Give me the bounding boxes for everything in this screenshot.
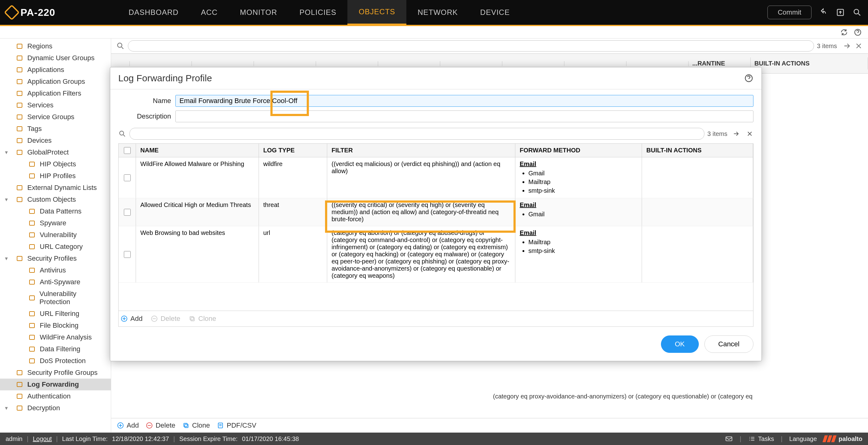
sidebar-item-dynamic-user-groups[interactable]: Dynamic User Groups (0, 52, 111, 64)
nav-tabs: DASHBOARDACCMONITORPOLICIESOBJECTSNETWOR… (117, 0, 521, 25)
description-input[interactable] (176, 110, 753, 122)
tab-objects[interactable]: OBJECTS (347, 0, 406, 25)
sidebar-item-wildfire-analysis[interactable]: WildFire Analysis (0, 331, 111, 343)
chevron-down-icon[interactable]: ▾ (5, 149, 8, 156)
sidebar-item-regions[interactable]: Regions (0, 40, 111, 52)
description-row: Description (118, 110, 753, 122)
modal-search-input[interactable] (129, 128, 704, 140)
sidebar-item-services[interactable]: Services (0, 99, 111, 111)
sidebar-item-url-category[interactable]: URL Category (0, 241, 111, 253)
sidebar-item-spyware[interactable]: Spyware (0, 217, 111, 229)
add-button[interactable]: Add (117, 421, 139, 430)
paloalto-logo: paloalto (824, 435, 862, 443)
cancel-button[interactable]: Cancel (704, 336, 753, 353)
sidebar-item-data-filtering[interactable]: Data Filtering (0, 343, 111, 355)
ok-button[interactable]: OK (661, 336, 699, 353)
table-row[interactable]: Web Browsing to bad websitesurl(category… (119, 226, 753, 283)
clone-button[interactable]: Clone (182, 421, 210, 430)
sidebar-item-vulnerability[interactable]: Vulnerability (0, 229, 111, 241)
svg-rect-7 (17, 91, 22, 96)
revert-icon[interactable] (819, 8, 828, 17)
shield-icon (28, 357, 36, 365)
search-icon[interactable] (852, 8, 862, 17)
sidebar-item-service-groups[interactable]: Service Groups (0, 111, 111, 123)
table-row[interactable]: Allowed Critical High or Medium Threatst… (119, 198, 753, 226)
search-icon[interactable] (118, 130, 126, 138)
sidebar-item-application-filters[interactable]: Application Filters (0, 88, 111, 99)
sidebar-item-anti-spyware[interactable]: Anti-Spyware (0, 276, 111, 288)
export-icon[interactable] (836, 8, 845, 17)
close-icon[interactable] (746, 130, 753, 137)
row-checkbox-cell[interactable] (119, 157, 136, 198)
sidebar-item-authentication[interactable]: Authentication (0, 390, 111, 402)
sidebar-item-data-patterns[interactable]: Data Patterns (0, 205, 111, 217)
search-icon[interactable] (116, 41, 125, 50)
row-checkbox[interactable] (124, 251, 131, 258)
tab-acc[interactable]: ACC (190, 0, 229, 25)
refresh-icon[interactable] (840, 28, 848, 36)
sidebar-item-antivirus[interactable]: Antivirus (0, 264, 111, 276)
sidebar-item-external-dynamic-lists[interactable]: External Dynamic Lists (0, 182, 111, 194)
commit-button[interactable]: Commit (767, 6, 811, 19)
row-checkbox[interactable] (124, 174, 131, 181)
language-link[interactable]: Language (789, 435, 817, 443)
svg-rect-6 (17, 80, 22, 84)
table-row[interactable]: WildFire Allowed Malware or Phishingwild… (119, 157, 753, 198)
row-checkbox-cell[interactable] (119, 226, 136, 282)
modal-add-button[interactable]: Add (120, 315, 143, 323)
content-search-input[interactable] (128, 40, 814, 52)
window-icon (16, 77, 24, 86)
shield-icon (28, 345, 36, 353)
sidebar-item-url-filtering[interactable]: URL Filtering (0, 308, 111, 320)
sidebar-item-tags[interactable]: Tags (0, 123, 111, 135)
sidebar-item-vulnerability-protection[interactable]: Vulnerability Protection (0, 288, 111, 308)
shield-icon (28, 160, 36, 168)
sidebar-item-custom-objects[interactable]: Custom Objects (0, 194, 111, 205)
sidebar-item-application-groups[interactable]: Application Groups (0, 76, 111, 88)
logout-link[interactable]: Logout (33, 435, 52, 443)
sidebar-label: Vulnerability Protection (39, 290, 106, 306)
tab-network[interactable]: NETWORK (406, 0, 469, 25)
sidebar-item-globalprotect[interactable]: GlobalProtect (0, 147, 111, 158)
tab-device[interactable]: DEVICE (469, 0, 521, 25)
forward-icon (16, 380, 24, 388)
sidebar-item-file-blocking[interactable]: File Blocking (0, 320, 111, 331)
sidebar-label: Vulnerability (40, 231, 77, 239)
sidebar-item-log-forwarding[interactable]: Log Forwarding (0, 379, 111, 390)
chevron-down-icon[interactable]: ▾ (5, 196, 8, 203)
row-checkbox[interactable] (124, 209, 131, 216)
name-input[interactable] (176, 95, 753, 107)
shield-icon (28, 278, 36, 286)
row-checkbox-cell[interactable] (119, 198, 136, 226)
tasks-link[interactable]: Tasks (748, 435, 774, 443)
sidebar-item-security-profile-groups[interactable]: Security Profile Groups (0, 367, 111, 379)
pdfcsv-button[interactable]: PDF/CSV (217, 421, 256, 430)
tab-policies[interactable]: POLICIES (288, 0, 348, 25)
shield-icon (28, 321, 36, 329)
tab-monitor[interactable]: MONITOR (229, 0, 288, 25)
modal-delete-button[interactable]: Delete (151, 315, 180, 323)
sidebar-item-decryption[interactable]: Decryption (0, 402, 111, 414)
mail-icon[interactable] (725, 435, 733, 443)
chevron-down-icon[interactable]: ▾ (5, 255, 8, 262)
sidebar-item-hip-objects[interactable]: HIP Objects (0, 158, 111, 170)
row-filter: ((severity eq critical) or (severity eq … (327, 198, 515, 226)
sidebar-item-dos-protection[interactable]: DoS Protection (0, 355, 111, 367)
col-checkbox[interactable] (119, 144, 136, 157)
modal-clone-button[interactable]: Clone (188, 315, 216, 323)
help-icon[interactable] (744, 73, 753, 83)
sidebar-item-hip-profiles[interactable]: HIP Profiles (0, 170, 111, 182)
sidebar-item-applications[interactable]: Applications (0, 64, 111, 76)
close-icon[interactable] (854, 41, 863, 50)
arrow-right-icon[interactable] (842, 41, 851, 50)
svg-rect-24 (30, 296, 34, 300)
chevron-down-icon[interactable]: ▾ (5, 405, 8, 412)
sidebar-label: Data Patterns (40, 207, 82, 215)
tab-dashboard[interactable]: DASHBOARD (117, 0, 190, 25)
select-all-checkbox[interactable] (124, 147, 131, 154)
arrow-right-icon[interactable] (732, 130, 740, 137)
help-icon[interactable] (854, 28, 862, 36)
sidebar-item-security-profiles[interactable]: Security Profiles (0, 253, 111, 264)
sidebar-item-devices[interactable]: Devices (0, 135, 111, 147)
delete-button[interactable]: Delete (146, 421, 176, 430)
